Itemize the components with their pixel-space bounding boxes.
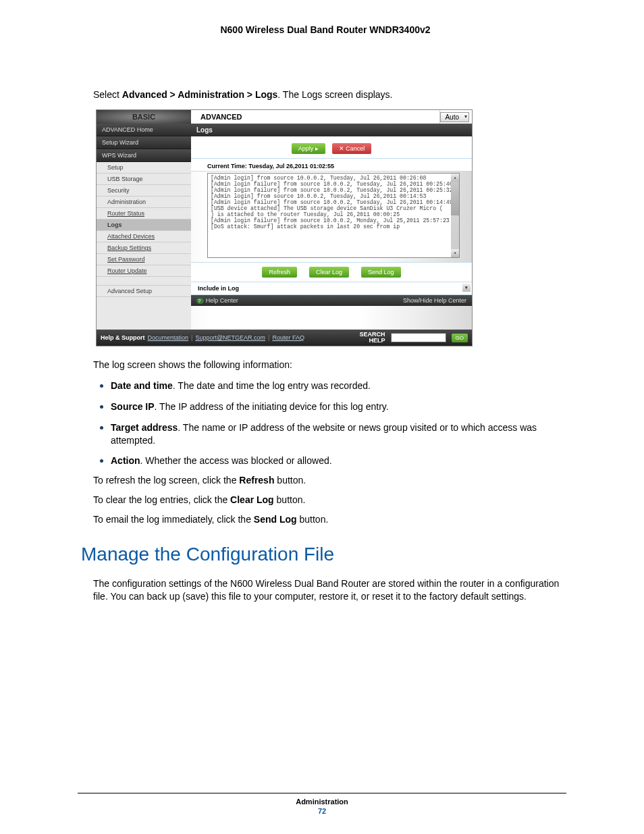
- scroll-down-icon[interactable]: ▾: [451, 249, 459, 257]
- footer-chapter: Administration: [0, 798, 644, 806]
- body-p4: To email the log immediately, click the …: [93, 513, 570, 526]
- sidebar: ADVANCED Home Setup Wizard WPS Wizard Se…: [97, 124, 191, 330]
- sidebar-wps-wizard[interactable]: WPS Wizard: [97, 149, 191, 162]
- sidebar-setup-wizard[interactable]: Setup Wizard: [97, 136, 191, 149]
- panel-title: Logs: [191, 124, 472, 136]
- intro-path: Advanced > Administration > Logs: [122, 89, 278, 100]
- cancel-button[interactable]: ✕ Cancel: [332, 143, 372, 154]
- current-time: Current Time: Tuesday, Jul 26,2011 01:02…: [191, 158, 472, 172]
- log-line: [Admin login failure] from source 10.0.0…: [211, 217, 456, 224]
- tab-advanced[interactable]: ADVANCED: [191, 110, 440, 124]
- sidebar-router-status[interactable]: Router Status: [97, 208, 191, 219]
- log-line: ) is attached to the router Tuesday, Jul…: [211, 211, 456, 217]
- log-line: [Admin login failure] from source 10.0.0…: [211, 187, 456, 193]
- show-hide-help[interactable]: Show/Hide Help Center: [403, 297, 466, 304]
- scroll-down-icon[interactable]: ▾: [462, 284, 471, 292]
- bullet-source-ip: Source IP. The IP address of the initiat…: [111, 399, 570, 413]
- sidebar-security[interactable]: Security: [97, 185, 191, 197]
- sidebar-logs[interactable]: Logs: [97, 219, 191, 231]
- search-input[interactable]: [391, 333, 446, 342]
- content-panel: Logs Apply ▸ ✕ Cancel Current Time: Tues…: [191, 124, 472, 330]
- refresh-button[interactable]: Refresh: [262, 267, 297, 278]
- language-select[interactable]: Auto: [440, 112, 469, 122]
- scroll-up-icon[interactable]: ▴: [451, 174, 459, 182]
- body-p2: To refresh the log screen, click the Ref…: [93, 474, 570, 487]
- doc-header: N600 Wireless Dual Band Router WNDR3400v…: [81, 24, 570, 35]
- help-support-label: Help & Support: [101, 334, 145, 341]
- send-log-button[interactable]: Send Log: [361, 267, 401, 278]
- sidebar-setup[interactable]: Setup: [97, 162, 191, 174]
- log-line: [USB device attached] The USB storage de…: [211, 205, 456, 211]
- sidebar-usb-storage[interactable]: USB Storage: [97, 174, 191, 185]
- sidebar-advanced-setup[interactable]: Advanced Setup: [97, 286, 191, 297]
- intro-line: Select Advanced > Administration > Logs.…: [93, 89, 570, 100]
- clear-log-button[interactable]: Clear Log: [309, 267, 349, 278]
- log-line: [Admin login failure] from source 10.0.0…: [211, 199, 456, 205]
- scroll-thumb[interactable]: [451, 182, 459, 215]
- sidebar-attached-devices[interactable]: Attached Devices: [97, 231, 191, 242]
- body-p1: The log screen shows the following infor…: [93, 359, 570, 371]
- sidebar-backup-settings[interactable]: Backup Settings: [97, 242, 191, 254]
- sidebar-advanced-home[interactable]: ADVANCED Home: [97, 124, 191, 136]
- router-footer-bar: Help & Support Documentation | Support@N…: [97, 330, 472, 346]
- router-faq-link[interactable]: Router FAQ: [272, 334, 304, 341]
- search-label: SEARCHHELP: [360, 332, 385, 344]
- documentation-link[interactable]: Documentation: [148, 334, 189, 341]
- section-heading: Manage the Configuration File: [81, 544, 570, 565]
- log-line: [DoS attack: Smurf] attack packets in la…: [211, 224, 456, 230]
- bullet-action: Action. Whether the access was blocked o…: [111, 453, 570, 467]
- sidebar-fill: [97, 297, 191, 330]
- log-line: [Admin login] from source 10.0.0.2, Tues…: [211, 175, 456, 181]
- page-footer: Administration 72: [0, 793, 644, 815]
- support-email-link[interactable]: Support@NETGEAR.com: [195, 334, 265, 341]
- body-p5: The configuration settings of the N600 W…: [93, 577, 570, 603]
- router-screenshot: BASIC ADVANCED Auto ADVANCED Home Setup …: [96, 109, 473, 346]
- footer-page-number: 72: [0, 807, 644, 815]
- tab-basic[interactable]: BASIC: [97, 110, 191, 124]
- apply-button[interactable]: Apply ▸: [292, 143, 325, 154]
- bullet-target-address: Target address. The name or IP address o…: [111, 420, 570, 447]
- sidebar-administration[interactable]: Administration: [97, 197, 191, 208]
- help-center[interactable]: Help Center: [196, 297, 238, 304]
- bullet-date-time: Date and time. The date and time the log…: [111, 378, 570, 392]
- sidebar-router-update[interactable]: Router Update: [97, 265, 191, 277]
- body-p3: To clear the log entries, click the Clea…: [93, 494, 570, 506]
- intro-suffix: . The Logs screen displays.: [277, 89, 392, 100]
- include-in-log: Include in Log ▾: [191, 282, 472, 295]
- log-line: [Admin login] from source 10.0.0.2, Tues…: [211, 193, 456, 199]
- log-scrollbar[interactable]: ▴ ▾: [451, 174, 459, 257]
- log-textarea[interactable]: [Admin login] from source 10.0.0.2, Tues…: [207, 173, 460, 258]
- go-button[interactable]: GO: [452, 334, 468, 342]
- sidebar-set-password[interactable]: Set Password: [97, 254, 191, 265]
- sidebar-spacer: [97, 277, 191, 286]
- intro-prefix: Select: [93, 89, 122, 100]
- log-line: [Admin login failure] from source 10.0.0…: [211, 181, 456, 187]
